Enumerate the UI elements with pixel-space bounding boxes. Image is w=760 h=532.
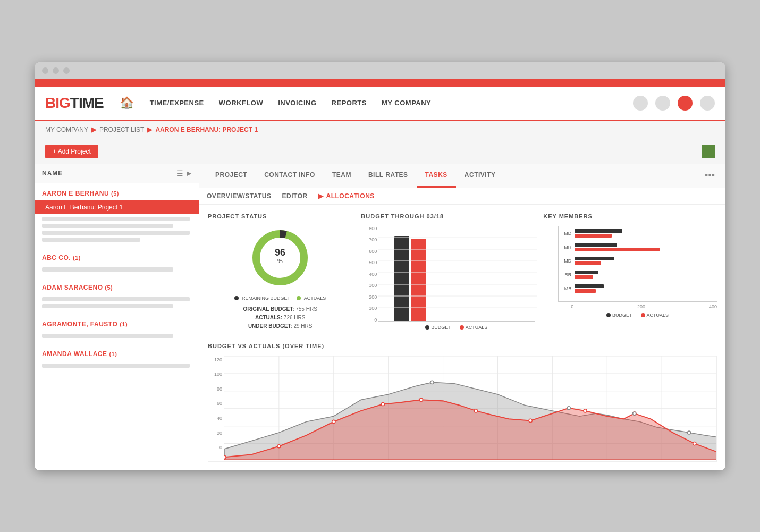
project-status-section: PROJECT STATUS 96 %: [208, 213, 352, 332]
logo-time: TIME: [70, 95, 104, 112]
member-label: MR: [562, 244, 571, 250]
logo: BIG TIME: [45, 95, 104, 112]
budget-vs-actuals-section: BUDGET VS ACTUALS (OVER TIME) 1201008060…: [208, 343, 717, 462]
member-bars: [575, 271, 598, 279]
nav-link-reports[interactable]: REPORTS: [332, 99, 367, 107]
remaining-dot: [234, 296, 239, 300]
svg-text:%: %: [277, 258, 283, 264]
actuals-dot: [297, 296, 301, 300]
actuals-bar-member: [575, 261, 601, 265]
home-icon[interactable]: 🏠: [120, 96, 134, 110]
data-point-budget: [430, 381, 434, 384]
budget-legend-budget: BUDGET: [425, 325, 451, 330]
budget-bar-member: [575, 243, 617, 247]
placeholder-bar: [42, 238, 140, 242]
client-group-agramonte: AGRAMONTE, FAUSTO (1): [35, 314, 199, 344]
client-group-adam: ADAM SARACENO (5): [35, 277, 199, 314]
actuals-dot-m: [641, 313, 645, 317]
header-icon-user[interactable]: [655, 96, 670, 111]
key-members-wrapper: MD MR: [543, 226, 717, 318]
client-name-agramonte[interactable]: AGRAMONTE, FAUSTO (1): [35, 317, 199, 331]
legend-actuals: ACTUALS: [297, 295, 326, 301]
member-label: MD: [562, 258, 571, 264]
budget-chart-title: BUDGET THROUGH 03/18: [361, 213, 535, 219]
nav-link-workflow[interactable]: WORKFLOW: [219, 99, 263, 107]
actuals-bar-member: [575, 248, 660, 251]
bar-group-1: [394, 236, 426, 321]
sidebar: NAME ☰ ▶ AARON E BERHANU (5) Aaron E Ber…: [35, 164, 199, 470]
tab-tasks[interactable]: TASKS: [417, 164, 456, 188]
breadcrumb-project-list[interactable]: PROJECT LIST: [99, 126, 144, 133]
member-label: MB: [562, 286, 571, 291]
nav-link-time-expense[interactable]: TIME/EXPENSE: [150, 99, 204, 107]
data-point: [419, 398, 423, 401]
sub-tab-allocations[interactable]: ▶ ALLOCATIONS: [318, 192, 375, 200]
placeholder-bar: [42, 334, 173, 338]
donut-legend: REMAINING BUDGET ACTUALS: [234, 295, 326, 301]
data-point: [693, 442, 696, 445]
nav-link-my-company[interactable]: MY COMPANY: [382, 99, 431, 107]
browser-window: BIG TIME 🏠 TIME/EXPENSE WORKFLOW INVOICI…: [35, 62, 725, 470]
header-icon-search[interactable]: [633, 96, 648, 111]
data-point: [277, 444, 281, 447]
placeholder-bar: [42, 217, 190, 221]
header-icons: [633, 96, 715, 111]
placeholder-bar: [42, 224, 173, 228]
actuals-bar-member: [575, 234, 612, 238]
member-label: MD: [562, 231, 571, 236]
data-point: [381, 402, 384, 406]
browser-dot-2: [53, 67, 59, 74]
client-name-amanda[interactable]: AMANDA WALLACE (1): [35, 347, 199, 361]
budget-chart-wrapper: 8007006005004003002001000: [361, 226, 535, 332]
actuals-dot-bar: [460, 325, 464, 330]
breadcrumb-current: AARON E BERHANU: PROJECT 1: [155, 126, 258, 133]
breadcrumb: MY COMPANY ▶ PROJECT LIST ▶ AARON E BERH…: [35, 121, 725, 139]
sidebar-list-icon[interactable]: ☰: [176, 169, 183, 178]
data-point: [332, 420, 335, 423]
actuals-bar-member: [575, 275, 593, 279]
members-legend: BUDGET ACTUALS: [558, 313, 717, 318]
header-icon-notification[interactable]: [678, 96, 693, 111]
client-name-adam[interactable]: ADAM SARACENO (5): [35, 281, 199, 294]
budget-bar: [394, 236, 409, 321]
client-name-aaron[interactable]: AARON E BERHANU (5): [35, 187, 199, 200]
sidebar-header-icons: ☰ ▶: [176, 169, 191, 178]
main-content: NAME ☰ ▶ AARON E BERHANU (5) Aaron E Ber…: [35, 164, 725, 470]
budget-bar-member: [575, 257, 614, 260]
budget-legend: BUDGET ACTUALS: [378, 325, 535, 330]
budget-info: ORIGINAL BUDGET: 755 HRS ACTUALS: 726 HR…: [243, 305, 317, 331]
placeholder-bar: [42, 267, 173, 272]
budget-bar-member: [575, 229, 622, 233]
dashboard-top: PROJECT STATUS 96 %: [208, 213, 717, 332]
placeholder-bar: [42, 304, 173, 308]
project-item-aaron-project1[interactable]: Aaron E Berhanu: Project 1: [35, 200, 199, 214]
sidebar-arrow-icon[interactable]: ▶: [187, 170, 191, 177]
client-name-abc[interactable]: ABC CO. (1): [35, 251, 199, 265]
data-point: [584, 409, 587, 412]
tab-bill-rates[interactable]: BILL RATES: [360, 164, 417, 188]
toolbar: + Add Project: [35, 139, 725, 164]
budget-dot: [425, 325, 429, 330]
header-icon-settings[interactable]: [700, 96, 715, 111]
actuals-bar: [411, 239, 426, 321]
budget-bar-member: [575, 271, 598, 274]
add-project-button[interactable]: + Add Project: [45, 145, 98, 158]
breadcrumb-sep-2: ▶: [147, 126, 152, 133]
nav-link-invoicing[interactable]: INVOICING: [278, 99, 316, 107]
green-square-indicator: [702, 145, 715, 158]
sub-tabs: OVERVIEW/STATUS EDITOR ▶ ALLOCATIONS: [199, 188, 725, 205]
tab-more[interactable]: •••: [702, 165, 718, 187]
tab-contact-info[interactable]: CONTACT INFO: [256, 164, 324, 188]
tab-project[interactable]: PROJECT: [207, 164, 256, 188]
breadcrumb-my-company[interactable]: MY COMPANY: [45, 126, 88, 133]
member-row-md2: MD: [562, 257, 717, 265]
breadcrumb-sep-1: ▶: [91, 126, 96, 133]
sub-tab-editor[interactable]: EDITOR: [282, 192, 308, 200]
tab-team[interactable]: TEAM: [324, 164, 360, 188]
line-chart-container: 120100806040200: [208, 356, 717, 462]
members-xaxis: 0200400: [558, 304, 717, 309]
budget-bar-member: [575, 284, 604, 288]
sub-tab-overview[interactable]: OVERVIEW/STATUS: [207, 192, 272, 200]
tab-activity[interactable]: ACTIVITY: [456, 164, 504, 188]
data-point: [529, 419, 532, 422]
